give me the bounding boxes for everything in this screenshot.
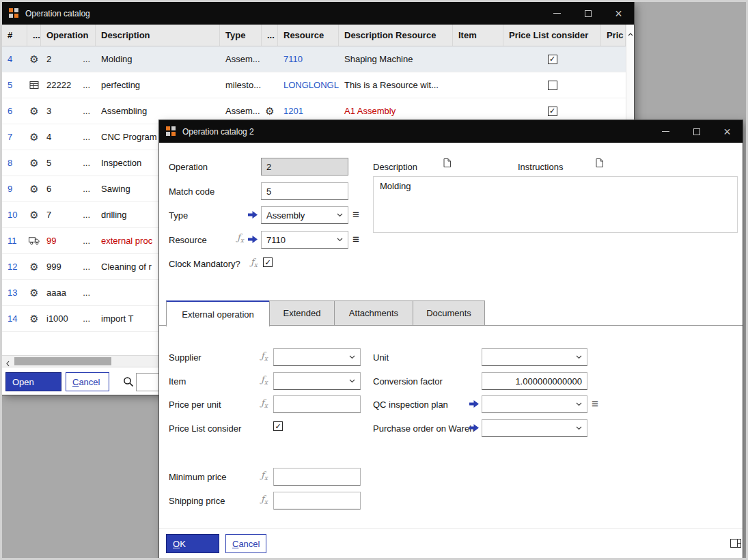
column-header[interactable]: Description: [96, 25, 220, 46]
operation-cell: 4...: [41, 124, 96, 150]
column-header[interactable]: Price List consider: [503, 25, 601, 46]
goto-arrow-icon[interactable]: [469, 423, 479, 434]
qc-inspection-plan-dropdown[interactable]: [482, 395, 587, 413]
dialog-close-button[interactable]: ×: [712, 120, 743, 143]
match-code-field[interactable]: [261, 182, 348, 200]
column-header[interactable]: Description Resource: [339, 25, 453, 46]
minimum-price-label: Minimum price: [169, 472, 227, 482]
qc-list-button[interactable]: ≡: [592, 398, 598, 410]
scroll-left-icon[interactable]: [6, 359, 10, 369]
description-textarea[interactable]: Molding: [373, 176, 738, 233]
form-layout-icon[interactable]: [730, 539, 741, 550]
tab-documents[interactable]: Documents: [413, 300, 485, 326]
clock-mandatory-checkbox[interactable]: ✓: [263, 257, 273, 267]
table-row[interactable]: 522222...perfectingmilesto...LONGLONGLOT…: [2, 72, 626, 98]
minimum-price-field[interactable]: [273, 468, 361, 486]
shipping-price-field[interactable]: [273, 492, 361, 509]
goto-arrow-icon[interactable]: [248, 235, 258, 245]
purchase-order-dropdown[interactable]: [482, 419, 587, 437]
open-button[interactable]: Open: [5, 372, 61, 391]
operation-more-button[interactable]: ...: [83, 313, 90, 324]
dialog-maximize-button[interactable]: [681, 120, 712, 143]
row-number-cell: 12: [2, 254, 27, 279]
catalog-maximize-button[interactable]: [572, 2, 603, 25]
tab-extended[interactable]: Extended: [269, 300, 335, 326]
gear-icon: ⚙: [29, 158, 38, 168]
purchase-order-label: Purchase order on Wareh: [373, 423, 474, 434]
operation-field: [261, 158, 348, 176]
catalog-cancel-button[interactable]: Cancel: [66, 372, 109, 391]
operation-more-button[interactable]: ...: [83, 132, 90, 142]
column-header[interactable]: Pric: [601, 25, 626, 46]
dialog-minimize-button[interactable]: [650, 120, 681, 143]
chevron-down-icon: [337, 238, 343, 242]
resource-dropdown[interactable]: 7110: [261, 231, 348, 249]
price-list-consider-checkbox[interactable]: ✓: [273, 421, 283, 431]
price-list-consider-checkbox[interactable]: [548, 81, 557, 90]
type-dropdown[interactable]: Assembly: [261, 206, 348, 224]
goto-arrow-icon[interactable]: [248, 210, 258, 221]
price-list-consider-checkbox[interactable]: ✓: [548, 107, 557, 116]
conversion-factor-field[interactable]: [482, 372, 587, 390]
catalog-close-button[interactable]: ×: [603, 2, 634, 25]
column-header[interactable]: Operation: [41, 25, 96, 46]
resource-list-button[interactable]: ≡: [352, 234, 359, 245]
formula-icon[interactable]: ƒx: [237, 232, 244, 244]
resource-value: 7110: [266, 235, 286, 245]
price-list-consider-checkbox[interactable]: ✓: [548, 55, 557, 64]
catalog-minimize-button[interactable]: [542, 2, 572, 25]
tab-external-operation[interactable]: External operation: [166, 300, 270, 326]
type-list-button[interactable]: ≡: [352, 209, 359, 221]
operation-more-button[interactable]: ...: [83, 54, 90, 64]
row-number-cell: 7: [2, 124, 27, 150]
supplier-dropdown[interactable]: [273, 348, 361, 366]
formula-icon[interactable]: ƒx: [251, 257, 258, 268]
column-header[interactable]: Resource: [278, 25, 339, 46]
operation-more-button[interactable]: ...: [83, 80, 90, 90]
ok-button[interactable]: OK: [166, 534, 219, 553]
row-number-cell: 13: [2, 280, 27, 305]
column-header[interactable]: ...: [262, 25, 278, 46]
item-dropdown[interactable]: [273, 372, 361, 390]
formula-icon[interactable]: ƒx: [261, 470, 268, 481]
formula-icon[interactable]: ƒx: [261, 374, 268, 386]
resource-link[interactable]: 7110: [283, 54, 303, 64]
table-row[interactable]: 4⚙2...MoldingAssem...7110Shaping Machine…: [2, 46, 626, 72]
column-header[interactable]: Item: [453, 25, 503, 46]
catalog-titlebar[interactable]: Operation catalog ×: [2, 2, 634, 25]
resource-icon-cell: [262, 72, 278, 98]
operation-type-icon-cell: ⚙: [27, 202, 41, 227]
operation-more-button[interactable]: ...: [83, 184, 90, 194]
column-header[interactable]: Type: [220, 25, 262, 46]
operation-more-button[interactable]: ...: [83, 158, 90, 168]
document-icon[interactable]: [443, 158, 451, 169]
resource-link[interactable]: LONGLONGLO: [283, 80, 339, 90]
formula-icon[interactable]: ƒx: [261, 350, 268, 362]
goto-arrow-icon[interactable]: [469, 400, 479, 410]
gear-icon: ⚙: [29, 288, 38, 298]
supplier-label: Supplier: [169, 352, 202, 363]
tab-bar: External operation Extended Attachments …: [166, 300, 485, 326]
item-cell: [453, 72, 503, 98]
unit-dropdown[interactable]: [482, 348, 587, 366]
operation-more-button[interactable]: ...: [83, 106, 90, 116]
formula-icon[interactable]: ƒx: [261, 494, 268, 505]
operation-more-button[interactable]: ...: [83, 236, 90, 246]
resource-link[interactable]: 1201: [283, 106, 303, 116]
scroll-thumb[interactable]: [14, 357, 111, 365]
operation-more-button[interactable]: ...: [83, 288, 90, 298]
shipping-price-label: Shipping price: [169, 496, 225, 506]
dialog-titlebar[interactable]: Operation catalog 2 ×: [159, 120, 743, 143]
description-text: Molding: [380, 181, 411, 191]
operation-more-button[interactable]: ...: [83, 262, 90, 272]
dialog-cancel-button[interactable]: Cancel: [225, 534, 266, 553]
maximize-icon: [585, 10, 592, 17]
column-header[interactable]: ...: [27, 25, 41, 46]
tab-attachments[interactable]: Attachments: [334, 300, 413, 326]
formula-icon[interactable]: ƒx: [261, 397, 268, 409]
price-per-unit-field[interactable]: [273, 395, 361, 413]
document-icon[interactable]: [596, 158, 603, 169]
column-header[interactable]: #: [2, 25, 27, 46]
operation-more-button[interactable]: ...: [83, 210, 90, 220]
scroll-up-icon[interactable]: [628, 28, 633, 38]
